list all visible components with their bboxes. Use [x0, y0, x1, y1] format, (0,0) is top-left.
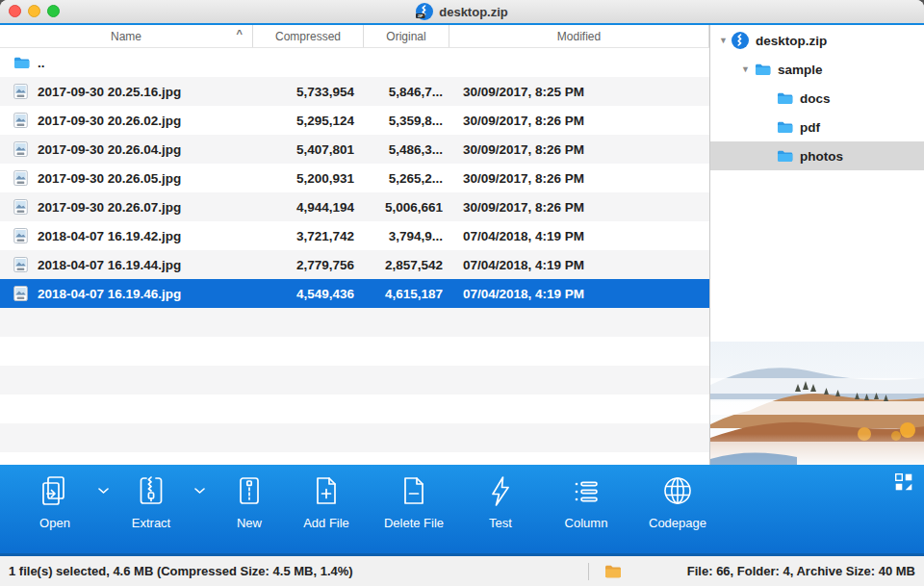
toolbar-button-column[interactable]: Column	[541, 474, 631, 530]
toolbar-button-label: Extract	[132, 516, 170, 530]
file-compressed-size: 5,295,124	[253, 114, 364, 128]
column-label: Name	[111, 30, 141, 43]
tree-item-pdf[interactable]: pdf	[710, 113, 924, 141]
tree-item-desktop-zip[interactable]: ▼ desktop.zip	[710, 26, 924, 55]
tree-item-label: photos	[800, 149, 843, 164]
layout-grid-icon[interactable]	[895, 473, 912, 491]
toolbar-button-delete-file[interactable]: Delete File	[368, 474, 460, 530]
file-table-body: .. 2017-09-30 20.25.16.jpg 5,733,954 5,8…	[0, 48, 709, 465]
toolbar-button-label: Add File	[303, 516, 349, 530]
empty-row	[0, 337, 709, 366]
file-compressed-size: 5,200,931	[253, 171, 364, 186]
tree-item-label: sample	[778, 63, 823, 77]
jpeg-file-icon	[13, 199, 30, 215]
file-name: 2017-09-30 20.25.16.jpg	[38, 85, 181, 99]
disclosure-triangle-icon[interactable]: ▼	[738, 64, 753, 74]
archive-status-group: File: 66, Folder: 4, Archive Size: 40 MB	[588, 556, 915, 586]
file-original-size: 4,615,187	[364, 287, 449, 301]
folder-icon	[775, 91, 794, 105]
toolbar-button-icon	[309, 474, 344, 509]
file-name: 2018-04-07 16.19.46.jpg	[38, 287, 181, 301]
tree-item-photos[interactable]: photos	[710, 141, 924, 170]
sort-ascending-icon: ^	[237, 28, 243, 39]
file-list-panel: Name ^ Compressed Original Modified	[0, 25, 709, 465]
file-compressed-size: 5,733,954	[253, 85, 364, 99]
column-header-name[interactable]: Name ^	[0, 25, 253, 47]
column-label: Modified	[557, 30, 601, 43]
file-modified-date: 07/04/2018, 4:19 PM	[449, 258, 709, 272]
folder-tree: ▼ desktop.zip ▼ sample docs	[710, 25, 924, 170]
table-row[interactable]: 2017-09-30 20.26.07.jpg 4,944,194 5,006,…	[0, 192, 709, 221]
title-bar: ZIP desktop.zip	[0, 0, 924, 23]
table-row[interactable]: 2017-09-30 20.26.05.jpg 5,200,931 5,265,…	[0, 164, 709, 192]
current-folder-icon	[604, 564, 622, 578]
column-header-modified[interactable]: Modified	[449, 25, 709, 47]
toolbar-button-icon	[134, 474, 168, 509]
column-header-original[interactable]: Original	[364, 25, 449, 47]
jpeg-file-icon	[13, 286, 30, 301]
file-modified-date: 30/09/2017, 8:26 PM	[449, 200, 709, 215]
empty-row	[0, 395, 709, 423]
toolbar-button-icon	[397, 474, 431, 509]
window-title-group: ZIP desktop.zip	[416, 3, 508, 20]
file-name: 2018-04-07 16.19.44.jpg	[38, 258, 181, 272]
toolbar-button-extract[interactable]: Extract	[117, 474, 185, 530]
column-header-compressed[interactable]: Compressed	[253, 25, 364, 47]
toolbar-button-icon	[38, 474, 72, 509]
toolbar-button-label: Codepage	[649, 516, 706, 530]
table-row[interactable]: 2017-09-30 20.25.16.jpg 5,733,954 5,846,…	[0, 77, 709, 106]
table-row[interactable]: 2017-09-30 20.26.02.jpg 5,295,124 5,359,…	[0, 106, 709, 135]
file-name: 2017-09-30 20.26.07.jpg	[38, 200, 181, 215]
jpeg-file-icon	[13, 228, 30, 243]
file-original-size: 5,486,3...	[364, 142, 449, 157]
zip-file-icon: ZIP	[416, 3, 433, 20]
table-row[interactable]: 2018-04-07 16.19.46.jpg 4,549,436 4,615,…	[0, 279, 709, 308]
file-original-size: 5,846,7...	[364, 85, 449, 99]
file-compressed-size: 4,944,194	[253, 200, 364, 215]
file-original-size: 3,794,9...	[364, 229, 449, 243]
dropdown-chevron[interactable]	[185, 488, 214, 495]
toolbar-button-codepage[interactable]: Codepage	[631, 474, 724, 530]
column-label: Original	[386, 30, 425, 43]
parent-directory-row[interactable]: ..	[0, 48, 709, 77]
file-original-size: 5,006,661	[364, 200, 449, 215]
file-modified-date: 30/09/2017, 8:25 PM	[449, 85, 709, 99]
file-compressed-size: 3,721,742	[253, 229, 364, 243]
file-modified-date: 30/09/2017, 8:26 PM	[449, 142, 709, 157]
close-window-button[interactable]	[9, 5, 21, 17]
toolbar-button-open[interactable]: Open	[21, 474, 89, 530]
table-row[interactable]: 2017-09-30 20.26.04.jpg 5,407,801 5,486,…	[0, 135, 709, 164]
file-name: 2017-09-30 20.26.05.jpg	[38, 171, 181, 186]
file-modified-date: 07/04/2018, 4:19 PM	[449, 287, 709, 301]
tree-item-label: desktop.zip	[756, 34, 827, 48]
table-row[interactable]: 2018-04-07 16.19.42.jpg 3,721,742 3,794,…	[0, 221, 709, 250]
table-header: Name ^ Compressed Original Modified	[0, 25, 709, 48]
empty-row	[0, 423, 709, 452]
tree-item-docs[interactable]: docs	[710, 84, 924, 113]
jpeg-file-icon	[13, 141, 30, 157]
tree-item-sample[interactable]: ▼ sample	[710, 55, 924, 84]
toolbar-button-icon	[660, 474, 695, 509]
jpeg-file-icon	[13, 170, 30, 186]
window-controls	[9, 5, 60, 17]
file-modified-date: 30/09/2017, 8:26 PM	[449, 171, 709, 186]
file-compressed-size: 5,407,801	[253, 142, 364, 157]
toolbar-button-new[interactable]: New	[214, 474, 285, 530]
jpeg-file-icon	[13, 84, 30, 99]
folder-icon	[775, 149, 794, 163]
tree-item-label: docs	[800, 91, 831, 106]
parent-directory-label: ..	[38, 56, 45, 70]
tree-item-label: pdf	[800, 120, 820, 135]
toolbar-button-icon	[232, 474, 267, 509]
status-bar: 1 file(s) selected, 4.6 MB (Compressed S…	[0, 556, 924, 586]
disclosure-triangle-icon[interactable]: ▼	[716, 36, 731, 45]
table-row[interactable]: 2018-04-07 16.19.44.jpg 2,779,756 2,857,…	[0, 250, 709, 279]
toolbar-button-add-file[interactable]: Add File	[285, 474, 368, 530]
app-window: ZIP desktop.zip Name ^ Compressed Origin…	[0, 0, 924, 586]
toolbar-button-test[interactable]: Test	[460, 474, 541, 530]
dropdown-chevron[interactable]	[89, 488, 117, 495]
file-name: 2018-04-07 16.19.42.jpg	[38, 229, 181, 243]
toolbar: Open Extract New Add File Delete File Te…	[0, 465, 924, 556]
minimize-window-button[interactable]	[28, 5, 40, 17]
zoom-window-button[interactable]	[47, 5, 60, 17]
